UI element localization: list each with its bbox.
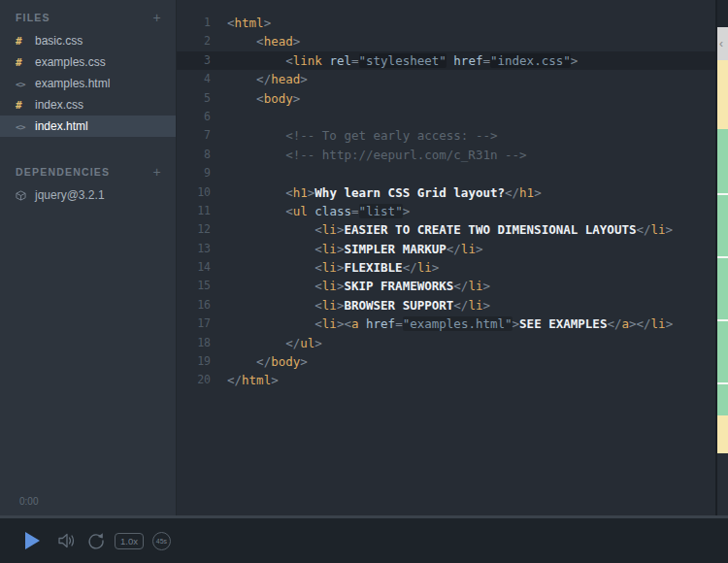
code-line[interactable]: 13 <li>SIMPLER MARKUP</li> xyxy=(177,240,715,258)
line-number: 17 xyxy=(177,315,227,333)
preview-pane: ‹ xyxy=(715,0,728,515)
file-item-examples.css[interactable]: #examples.css xyxy=(0,51,176,73)
line-number: 18 xyxy=(177,334,227,352)
html-file-icon: <> xyxy=(16,79,35,89)
html-file-icon: <> xyxy=(16,121,35,132)
dependency-item-jquery@3.2.1[interactable]: jquery@3.2.1 xyxy=(0,184,176,206)
player-bar: 1.0x 45s xyxy=(0,518,728,563)
code-line[interactable]: 18 </ul> xyxy=(177,334,715,352)
file-name: examples.css xyxy=(35,55,106,69)
add-file-button[interactable]: + xyxy=(153,13,162,22)
preview-header-block xyxy=(717,60,728,129)
code-text: </head> xyxy=(227,70,308,88)
code-line[interactable]: 1<html> xyxy=(177,14,715,32)
file-list: #basic.css#examples.css<>examples.html#i… xyxy=(0,30,176,137)
code-text: <!-- http://eepurl.com/c_R31n --> xyxy=(227,146,527,164)
code-line[interactable]: 20</html> xyxy=(177,371,715,389)
line-number: 12 xyxy=(177,220,227,239)
code-line[interactable]: 16 <li>BROWSER SUPPORT</li> xyxy=(177,296,715,315)
rewind-icon xyxy=(86,531,106,550)
code-text: </html> xyxy=(227,371,279,389)
file-name: examples.html xyxy=(35,77,110,90)
line-number: 9 xyxy=(177,164,227,182)
code-line[interactable]: 4 </head> xyxy=(177,70,715,88)
play-button[interactable] xyxy=(25,532,40,549)
code-editor[interactable]: 1<html>2 <head>3 <link rel="stylesheet" … xyxy=(177,0,715,515)
skip-forward-button[interactable]: 45s xyxy=(152,532,171,550)
code-text: <li><a href="examples.html">SEE EXAMPLES… xyxy=(227,315,673,333)
code-line[interactable]: 11 <ul class="list"> xyxy=(177,202,715,220)
code-line[interactable]: 15 <li>SKIP FRAMEWORKS</li> xyxy=(177,277,715,295)
code-line[interactable]: 6 xyxy=(177,108,715,126)
file-item-examples.html[interactable]: <>examples.html xyxy=(0,73,176,94)
line-number: 5 xyxy=(177,89,227,108)
line-number: 2 xyxy=(177,32,227,50)
dependency-list: jquery@3.2.1 xyxy=(0,184,176,206)
preview-toolbar: ‹ xyxy=(717,27,728,60)
volume-icon xyxy=(58,533,78,548)
preview-divider xyxy=(717,382,728,384)
dependency-name: jquery@3.2.1 xyxy=(35,188,105,202)
line-number: 8 xyxy=(177,146,227,164)
line-number: 14 xyxy=(177,258,227,277)
code-line[interactable]: 12 <li>EASIER TO CREATE TWO DIMENSIONAL … xyxy=(177,220,715,239)
app-window: FILES + #basic.css#examples.css<>example… xyxy=(0,0,728,563)
code-line[interactable]: 7 <!-- To get early access: --> xyxy=(177,126,715,145)
line-number: 6 xyxy=(177,108,227,126)
code-line[interactable]: 2 <head> xyxy=(177,32,715,50)
code-line[interactable]: 19 </body> xyxy=(177,352,715,371)
preview-list-block xyxy=(717,129,728,415)
add-dependency-button[interactable]: + xyxy=(153,167,162,177)
code-text: <li>SKIP FRAMEWORKS</li> xyxy=(227,277,490,295)
file-item-index.html[interactable]: <>index.html xyxy=(0,116,176,137)
line-number: 15 xyxy=(177,277,227,295)
css-file-icon: # xyxy=(16,35,35,48)
code-text: <body> xyxy=(227,89,300,108)
code-text: </body> xyxy=(227,352,308,371)
preview-pane-top xyxy=(717,0,728,27)
code-line[interactable]: 17 <li><a href="examples.html">SEE EXAMP… xyxy=(177,315,715,333)
code-text: <li>FLEXIBLE</li> xyxy=(227,258,439,277)
code-text: <li>BROWSER SUPPORT</li> xyxy=(227,296,490,315)
package-icon xyxy=(16,190,35,201)
file-item-basic.css[interactable]: #basic.css xyxy=(0,30,176,51)
code-line[interactable]: 3 <link rel="stylesheet" href="index.css… xyxy=(177,51,715,70)
code-text: </ul> xyxy=(227,334,322,352)
code-text: <head> xyxy=(227,32,300,50)
main-area: FILES + #basic.css#examples.css<>example… xyxy=(0,0,728,515)
dependencies-section: DEPENDENCIES + jquery@3.2.1 xyxy=(0,160,176,206)
line-number: 19 xyxy=(177,352,227,371)
line-number: 7 xyxy=(177,126,227,145)
line-number: 20 xyxy=(177,371,227,389)
preview-pane-bottom xyxy=(717,453,728,515)
code-line[interactable]: 14 <li>FLEXIBLE</li> xyxy=(177,258,715,277)
css-file-icon: # xyxy=(16,99,35,112)
files-section-header: FILES + xyxy=(0,6,176,30)
file-name: index.html xyxy=(35,119,88,133)
code-line[interactable]: 5 <body> xyxy=(177,89,715,108)
line-number: 4 xyxy=(177,70,227,88)
line-number: 11 xyxy=(177,202,227,220)
sidebar: FILES + #basic.css#examples.css<>example… xyxy=(0,0,177,515)
code-text: <!-- To get early access: --> xyxy=(227,126,497,145)
dependencies-section-label: DEPENDENCIES xyxy=(16,166,110,178)
code-line[interactable]: 10 <h1>Why learn CSS Grid layout?</h1> xyxy=(177,183,715,202)
file-item-index.css[interactable]: #index.css xyxy=(0,94,176,116)
files-section-label: FILES xyxy=(16,12,50,23)
preview-divider xyxy=(717,319,728,321)
line-number: 13 xyxy=(177,240,227,258)
line-number: 1 xyxy=(177,14,227,32)
dependencies-section-header: DEPENDENCIES + xyxy=(0,160,176,184)
code-text: <html> xyxy=(227,14,271,32)
line-number: 3 xyxy=(177,51,227,70)
code-line[interactable]: 9 xyxy=(177,164,715,182)
file-name: index.css xyxy=(35,98,83,112)
code-lines: 1<html>2 <head>3 <link rel="stylesheet" … xyxy=(177,14,715,390)
playback-speed-button[interactable]: 1.0x xyxy=(115,533,144,549)
preview-back-arrow-icon[interactable]: ‹ xyxy=(717,37,723,50)
volume-button[interactable] xyxy=(58,533,78,548)
preview-divider xyxy=(717,256,728,258)
rewind-button[interactable] xyxy=(86,531,106,550)
code-line[interactable]: 8 <!-- http://eepurl.com/c_R31n --> xyxy=(177,146,715,164)
preview-footer-block xyxy=(717,415,728,453)
